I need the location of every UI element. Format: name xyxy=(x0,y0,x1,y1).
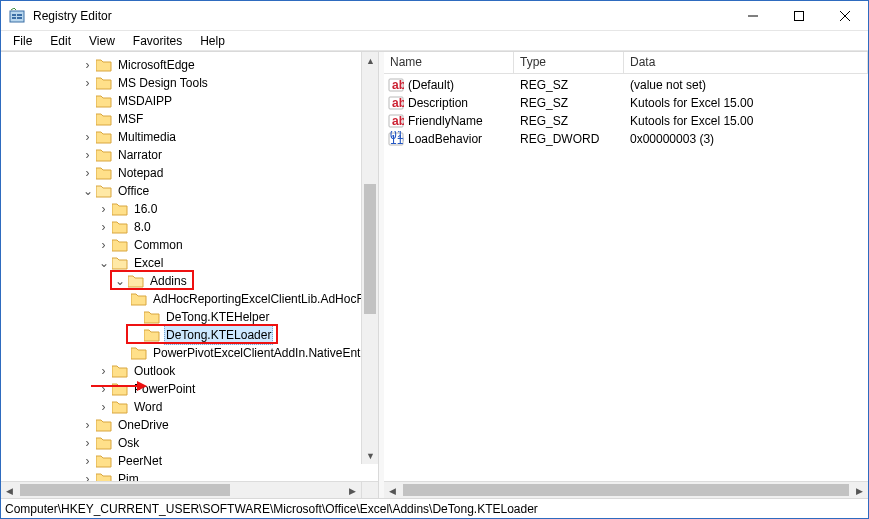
registry-tree[interactable]: ›MicrosoftEdge›MS Design ToolsMSDAIPPMSF… xyxy=(1,52,378,481)
tree-item[interactable]: ⌄Excel xyxy=(5,254,378,272)
scroll-thumb[interactable] xyxy=(364,184,376,314)
folder-icon xyxy=(96,437,112,450)
tree-item[interactable]: ›Outlook xyxy=(5,362,378,380)
folder-icon xyxy=(96,131,112,144)
tree-item-label: PowerPoint xyxy=(132,380,197,398)
svg-rect-1 xyxy=(12,14,16,16)
close-button[interactable] xyxy=(822,1,868,31)
svg-rect-2 xyxy=(17,14,22,16)
tree-item-label: MicrosoftEdge xyxy=(116,56,197,74)
list-header[interactable]: Name Type Data xyxy=(384,52,868,74)
tree-item[interactable]: ›Common xyxy=(5,236,378,254)
tree-item-label: DeTong.KTELoader xyxy=(164,325,273,345)
tree-vscrollbar[interactable]: ▲ ▼ xyxy=(361,52,378,464)
scroll-left-icon[interactable]: ◀ xyxy=(384,482,401,499)
tree-item[interactable]: ›Osk xyxy=(5,434,378,452)
tree-item[interactable]: ⌄Addins xyxy=(5,272,378,290)
tree-item[interactable]: DeTong.KTELoader xyxy=(5,326,378,344)
tree-item[interactable]: MSF xyxy=(5,110,378,128)
tree-item[interactable]: MSDAIPP xyxy=(5,92,378,110)
svg-rect-3 xyxy=(12,17,16,19)
col-header-type[interactable]: Type xyxy=(514,52,624,73)
value-row[interactable]: 011110LoadBehaviorREG_DWORD0x00000003 (3… xyxy=(384,130,868,148)
tree-item[interactable]: DeTong.KTEHelper xyxy=(5,308,378,326)
value-row[interactable]: abFriendlyNameREG_SZKutools for Excel 15… xyxy=(384,112,868,130)
tree-item[interactable]: ⌄Office xyxy=(5,182,378,200)
expand-icon[interactable]: › xyxy=(81,452,94,470)
menubar: File Edit View Favorites Help xyxy=(1,31,868,51)
tree-item[interactable]: ›OneDrive xyxy=(5,416,378,434)
tree-item-label: Excel xyxy=(132,254,165,272)
expand-icon[interactable]: › xyxy=(81,74,94,92)
menu-help[interactable]: Help xyxy=(192,32,233,50)
expand-icon[interactable]: › xyxy=(97,398,110,416)
maximize-button[interactable] xyxy=(776,1,822,31)
hscroll-thumb[interactable] xyxy=(20,484,230,496)
tree-item[interactable]: ›PowerPoint xyxy=(5,380,378,398)
tree-item[interactable]: ›16.0 xyxy=(5,200,378,218)
tree-item-label: Common xyxy=(132,236,185,254)
menu-view[interactable]: View xyxy=(81,32,123,50)
tree-item-label: Notepad xyxy=(116,164,165,182)
menu-favorites[interactable]: Favorites xyxy=(125,32,190,50)
scroll-right-icon[interactable]: ▶ xyxy=(344,482,361,499)
menu-file[interactable]: File xyxy=(5,32,40,50)
scroll-left-icon[interactable]: ◀ xyxy=(1,482,18,499)
folder-icon xyxy=(96,419,112,432)
string-value-icon: ab xyxy=(388,113,404,129)
tree-item[interactable]: ›8.0 xyxy=(5,218,378,236)
tree-item[interactable]: ›PeerNet xyxy=(5,452,378,470)
col-header-name[interactable]: Name xyxy=(384,52,514,73)
expand-icon[interactable]: › xyxy=(97,200,110,218)
svg-rect-4 xyxy=(17,17,22,19)
hscroll-thumb[interactable] xyxy=(403,484,849,496)
col-header-data[interactable]: Data xyxy=(624,52,868,73)
expand-icon[interactable]: › xyxy=(81,470,94,481)
expand-icon[interactable]: › xyxy=(97,218,110,236)
expand-icon[interactable]: › xyxy=(81,434,94,452)
tree-item[interactable]: PowerPivotExcelClientAddIn.NativeEntry.1 xyxy=(5,344,378,362)
tree-item[interactable]: ›MS Design Tools xyxy=(5,74,378,92)
collapse-icon[interactable]: ⌄ xyxy=(113,272,126,290)
tree-item[interactable]: ›Narrator xyxy=(5,146,378,164)
expand-icon[interactable]: › xyxy=(81,56,94,74)
menu-edit[interactable]: Edit xyxy=(42,32,79,50)
expand-icon[interactable]: › xyxy=(97,236,110,254)
svg-rect-6 xyxy=(795,11,804,20)
tree-item-label: Office xyxy=(116,182,151,200)
titlebar: Registry Editor xyxy=(1,1,868,31)
tree-hscrollbar[interactable]: ◀ ▶ xyxy=(1,481,378,498)
folder-icon xyxy=(128,275,144,288)
collapse-icon[interactable]: ⌄ xyxy=(81,182,94,200)
tree-item[interactable]: AdHocReportingExcelClientLib.AdHocReport… xyxy=(5,290,378,308)
scroll-right-icon[interactable]: ▶ xyxy=(851,482,868,499)
tree-item[interactable]: ›Word xyxy=(5,398,378,416)
value-data: Kutools for Excel 15.00 xyxy=(624,114,868,128)
list-hscrollbar[interactable]: ◀ ▶ xyxy=(384,481,868,498)
collapse-icon[interactable]: ⌄ xyxy=(97,254,110,272)
expand-icon[interactable]: › xyxy=(81,128,94,146)
tree-item[interactable]: ›MicrosoftEdge xyxy=(5,56,378,74)
expand-icon[interactable]: › xyxy=(97,362,110,380)
value-type: REG_SZ xyxy=(514,96,624,110)
scroll-up-icon[interactable]: ▲ xyxy=(362,52,378,69)
folder-icon xyxy=(96,185,112,198)
folder-icon xyxy=(96,113,112,126)
tree-item-label: PowerPivotExcelClientAddIn.NativeEntry.1 xyxy=(151,344,378,362)
tree-item[interactable]: ›Multimedia xyxy=(5,128,378,146)
values-list[interactable]: ab(Default)REG_SZ(value not set)abDescri… xyxy=(384,74,868,148)
scroll-down-icon[interactable]: ▼ xyxy=(362,447,378,464)
tree-item[interactable]: ›Pim xyxy=(5,470,378,481)
expand-icon[interactable]: › xyxy=(81,164,94,182)
expand-icon[interactable]: › xyxy=(97,380,110,398)
string-value-icon: ab xyxy=(388,95,404,111)
tree-item-label: MS Design Tools xyxy=(116,74,210,92)
expand-icon[interactable]: › xyxy=(81,416,94,434)
folder-icon xyxy=(112,221,128,234)
value-row[interactable]: abDescriptionREG_SZKutools for Excel 15.… xyxy=(384,94,868,112)
value-name: FriendlyName xyxy=(408,114,483,128)
value-row[interactable]: ab(Default)REG_SZ(value not set) xyxy=(384,76,868,94)
tree-item[interactable]: ›Notepad xyxy=(5,164,378,182)
minimize-button[interactable] xyxy=(730,1,776,31)
expand-icon[interactable]: › xyxy=(81,146,94,164)
